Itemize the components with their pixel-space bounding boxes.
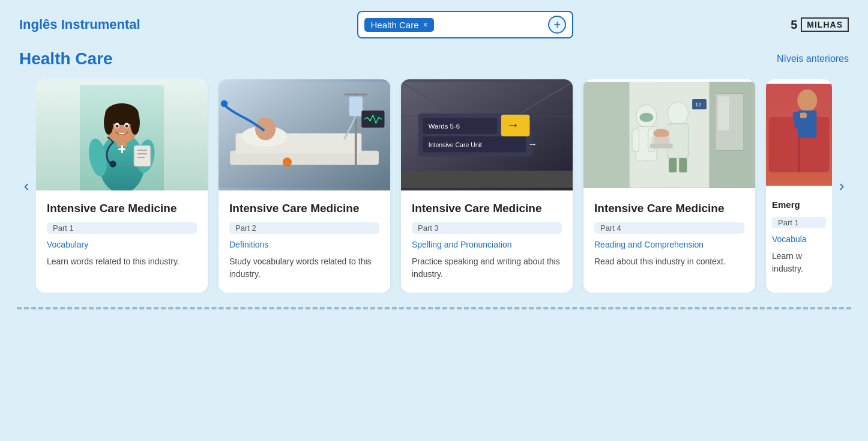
card-1-part: Part 1 [47,222,197,234]
svg-point-65 [653,129,669,138]
svg-point-30 [283,157,292,166]
svg-rect-46 [583,82,629,187]
svg-text:12: 12 [695,101,702,108]
svg-point-11 [104,111,113,135]
carousel-left-arrow[interactable]: ‹ [17,168,36,204]
card-3-desc: Practice speaking and writing about this… [412,255,562,281]
tag-close-icon[interactable]: × [423,20,428,29]
card-2-desc: Study vocabulary words related to this i… [229,255,379,281]
svg-rect-64 [650,144,673,148]
card-4-skill: Reading and Comprehension [594,240,744,249]
tag-label: Health Care [370,20,418,30]
svg-rect-43 [401,171,573,188]
card-5-part: Part 1 [772,217,826,228]
card-1[interactable]: Intensive Care Medicine Part 1 Vocabular… [36,79,208,293]
svg-rect-54 [637,161,645,175]
svg-rect-49 [718,96,729,130]
svg-text:Intensive Care Unit: Intensive Care Unit [429,142,482,148]
card-4[interactable]: 12 Intensive Care Medicine Part 4 Readin… [583,79,755,293]
section-title: Health Care [19,49,113,68]
svg-text:Wards 5-6: Wards 5-6 [429,123,460,130]
section: Health Care Níveis anteriores ‹ [0,49,868,293]
niveis-anteriores-link[interactable]: Níveis anteriores [777,53,849,64]
card-4-part: Part 4 [594,222,744,234]
milhas-count: 5 [791,18,797,32]
section-header: Health Care Níveis anteriores [17,49,851,68]
add-tag-button[interactable]: + [548,16,566,34]
progress-dashed-bar [17,303,851,309]
health-care-tag: Health Care × [364,18,433,32]
card-4-desc: Read about this industry in context. [594,255,744,268]
card-1-body: Intensive Care Medicine Part 1 Vocabular… [36,190,208,293]
cards-row: Intensive Care Medicine Part 1 Vocabular… [36,79,832,293]
card-2[interactable]: Intensive Care Medicine Part 2 Definitio… [219,79,390,293]
card-4-body: Intensive Care Medicine Part 4 Reading a… [583,190,755,293]
milhas-label: MILHAS [801,17,849,32]
card-5-image [766,79,832,190]
card-2-body: Intensive Care Medicine Part 2 Definitio… [219,190,390,293]
progress-bar-row [0,293,868,309]
carousel-right-arrow[interactable]: › [832,168,851,204]
svg-point-15 [116,125,119,128]
svg-rect-55 [648,161,656,175]
search-bar: Health Care × + [357,11,573,38]
card-5-skill: Vocabula [772,234,826,244]
card-5-desc: Learn w industry. [772,250,826,275]
card-2-title: Intensive Care Medicine [229,201,379,216]
card-2-skill: Definitions [229,240,379,249]
svg-point-56 [639,113,653,122]
svg-point-72 [797,90,817,112]
svg-rect-66 [653,137,669,144]
svg-rect-60 [680,126,686,149]
card-2-part: Part 2 [229,222,379,234]
card-1-desc: Learn words related to this industry. [47,255,197,268]
svg-point-24 [255,117,276,140]
svg-rect-75 [800,112,807,118]
card-1-skill: Vocabulary [47,240,197,249]
milhas-badge: 5 MILHAS [791,17,849,32]
card-5[interactable]: Emerg Part 1 Vocabula Learn w industry. [766,79,832,293]
svg-point-28 [221,100,228,107]
card-4-image: 12 [583,79,755,190]
svg-point-12 [130,111,140,135]
header: Inglês Instrumental Health Care × + 5 MI… [0,0,868,49]
card-3-skill: Spelling and Pronunciation [412,240,562,249]
svg-rect-4 [134,145,151,166]
card-1-title: Intensive Care Medicine [47,201,197,216]
card-3-part: Part 3 [412,222,562,234]
card-3-title: Intensive Care Medicine [412,201,562,216]
card-3-image: Wards 5-6 → Intensive Care Unit → [401,79,573,190]
card-2-image [219,79,390,190]
card-3[interactable]: Wards 5-6 → Intensive Care Unit → [401,79,573,293]
card-1-image [36,79,208,190]
svg-point-8 [110,161,116,167]
carousel: ‹ [17,79,851,293]
card-4-title: Intensive Care Medicine [594,201,744,216]
card-3-body: Intensive Care Medicine Part 3 Spelling … [401,190,573,293]
app-title: Inglês Instrumental [19,17,140,32]
svg-point-57 [668,102,688,125]
svg-rect-62 [679,158,687,172]
svg-rect-19 [121,145,123,153]
svg-point-16 [125,125,128,128]
svg-rect-52 [632,129,639,151]
card-5-body: Emerg Part 1 Vocabula Learn w industry. [766,190,832,293]
svg-rect-61 [669,158,677,172]
card-5-title: Emerg [772,199,826,211]
svg-text:→: → [528,139,537,149]
svg-text:→: → [507,118,519,132]
svg-rect-27 [349,96,363,116]
